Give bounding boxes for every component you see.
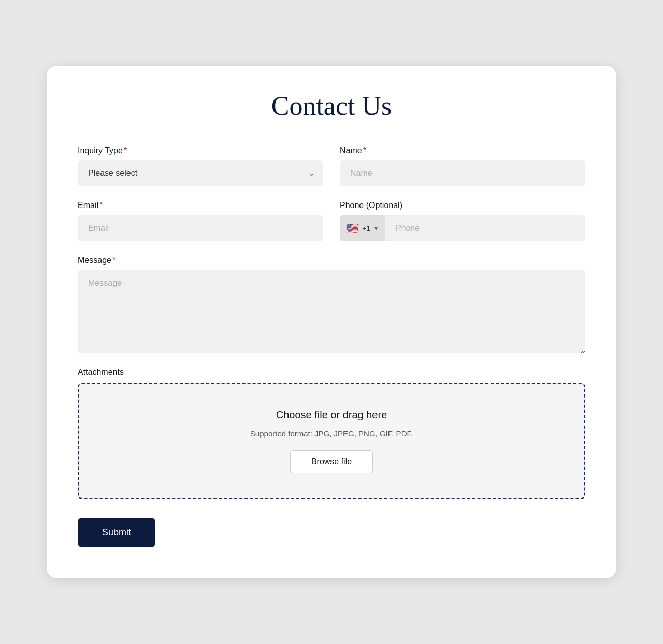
phone-label: Phone (Optional) [340, 201, 585, 210]
drop-zone-subtitle: Supported format: JPG, JPEG, PNG, GIF, P… [250, 429, 413, 438]
email-label: Email* [78, 201, 323, 210]
contact-form: Inquiry Type* Please select General Inqu… [78, 146, 585, 547]
message-label: Message* [78, 256, 585, 265]
inquiry-type-label: Inquiry Type* [78, 146, 323, 155]
name-group: Name* [340, 146, 585, 186]
email-group: Email* [78, 201, 323, 241]
message-group: Message* [78, 256, 585, 353]
message-textarea[interactable] [78, 270, 585, 353]
name-input[interactable] [340, 160, 585, 186]
flag-us-icon: 🇺🇸 [346, 222, 359, 235]
required-star-name: * [363, 146, 366, 155]
attachments-label: Attachments [78, 368, 585, 377]
phone-dropdown-icon: ▼ [373, 226, 379, 231]
phone-input-wrapper: 🇺🇸 +1 ▼ [340, 215, 585, 241]
email-input[interactable] [78, 215, 323, 241]
submit-button[interactable]: Submit [78, 518, 155, 547]
attachments-section: Attachments Choose file or drag here Sup… [78, 368, 585, 499]
name-label: Name* [340, 146, 585, 155]
row-email-phone: Email* Phone (Optional) 🇺🇸 +1 ▼ [78, 201, 585, 241]
contact-form-card: Contact Us Inquiry Type* Please select G… [47, 66, 616, 578]
phone-input[interactable] [385, 215, 585, 241]
phone-country-code: +1 [362, 224, 370, 232]
phone-group: Phone (Optional) 🇺🇸 +1 ▼ [340, 201, 585, 241]
file-drop-zone[interactable]: Choose file or drag here Supported forma… [78, 383, 585, 499]
phone-country-selector[interactable]: 🇺🇸 +1 ▼ [340, 215, 385, 241]
required-star-email: * [99, 201, 103, 210]
required-star-inquiry: * [124, 146, 127, 155]
inquiry-type-select[interactable]: Please select General Inquiry Support Sa… [78, 160, 323, 186]
submit-section: Submit [78, 499, 585, 547]
required-star-message: * [112, 256, 116, 265]
drop-zone-title: Choose file or drag here [276, 409, 387, 421]
row-inquiry-name: Inquiry Type* Please select General Inqu… [78, 146, 585, 186]
row-message: Message* [78, 256, 585, 353]
browse-file-button[interactable]: Browse file [290, 450, 373, 473]
page-title: Contact Us [78, 91, 585, 121]
inquiry-type-group: Inquiry Type* Please select General Inqu… [78, 146, 323, 186]
inquiry-type-select-wrapper: Please select General Inquiry Support Sa… [78, 160, 323, 186]
